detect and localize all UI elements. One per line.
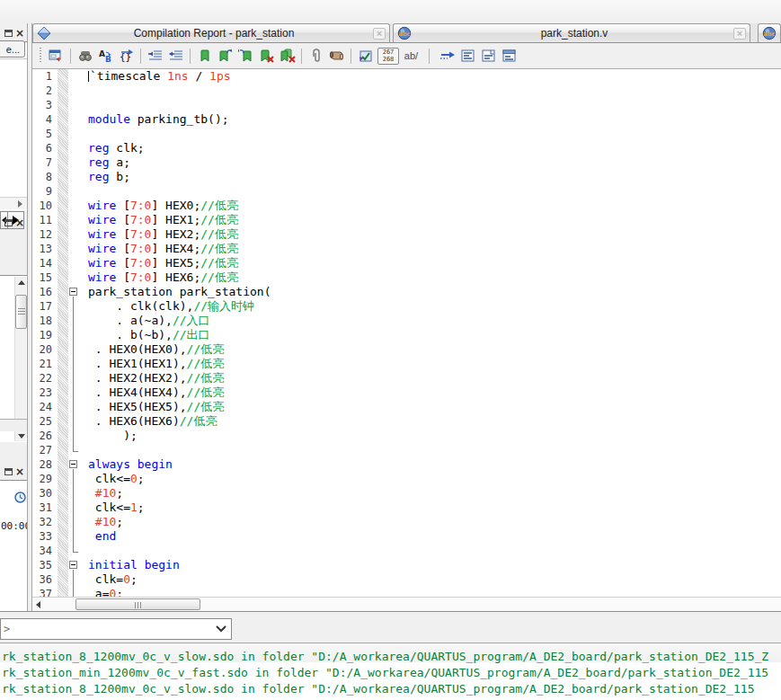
code-line: 6reg clk; <box>32 141 781 155</box>
macro-button[interactable] <box>326 46 347 66</box>
code-editor[interactable]: 1`timescale 1ns / 1ps234module parking_t… <box>32 69 781 597</box>
float-icon[interactable] <box>4 219 13 226</box>
line-number: 6 <box>32 141 58 155</box>
gutter-margin <box>58 515 68 529</box>
bookmark-next-button[interactable] <box>215 46 235 66</box>
tab-compilation-report[interactable]: Compilation Report - park_station × <box>32 23 390 42</box>
bookmark-button[interactable] <box>194 46 215 66</box>
editor-toolbar: A B {} <box>32 43 781 69</box>
gutter-margin <box>58 342 68 357</box>
line-number: 15 <box>32 270 58 285</box>
find-button[interactable] <box>75 46 95 66</box>
scrollbar-thumb[interactable] <box>15 295 27 329</box>
tab-hidden[interactable]: abc <box>758 23 781 42</box>
message-line[interactable]: rk_station_8_1200mv_0c_v_slow.sdo in fol… <box>2 681 781 696</box>
code-text: . HEX6(HEX6)//低亮 <box>79 414 217 429</box>
replace-dialog-button[interactable] <box>46 46 67 66</box>
goto-button[interactable] <box>437 46 457 66</box>
code-line: 10wire [7:0] HEX0;//低亮 <box>32 199 781 213</box>
message-line[interactable]: rk_station_8_1200mv_0c_v_slow.sdo in fol… <box>2 649 781 664</box>
scroll-down-icon[interactable] <box>15 430 27 441</box>
fold-margin <box>68 141 79 155</box>
fold-margin <box>68 414 79 429</box>
close-icon[interactable]: × <box>733 28 746 40</box>
line-number: 1 <box>32 69 58 84</box>
code-line: 17 . clk(clk),//输入时钟 <box>32 299 781 314</box>
scrollbar-thumb[interactable] <box>75 598 200 610</box>
code-text: wire [7:0] HEX6;//低亮 <box>79 270 238 285</box>
bookmark-prev-button[interactable] <box>235 46 256 66</box>
code-line: 30 #10; <box>32 486 781 501</box>
message-line[interactable]: rk_station_min_1200mv_0c_v_fast.sdo in f… <box>2 665 781 680</box>
fold-collapse-icon[interactable] <box>68 285 79 299</box>
doc-outline-1-button[interactable] <box>457 46 478 66</box>
close-icon[interactable]: × <box>15 467 24 476</box>
code-line: 13wire [7:0] HEX4;//低亮 <box>32 242 781 256</box>
editor-hscrollbar[interactable] <box>32 597 781 611</box>
gutter-margin <box>58 69 68 84</box>
code-line: 21 . HEX1(HEX1),//低亮 <box>32 357 781 371</box>
panel-b-vscrollbar[interactable] <box>14 277 26 441</box>
panel-b-button[interactable]: e... <box>0 40 25 58</box>
clock-icon <box>14 492 26 503</box>
unindent-button[interactable] <box>165 46 186 66</box>
fold-collapse-icon[interactable] <box>68 457 79 472</box>
fold-margin <box>68 357 79 371</box>
close-icon[interactable]: × <box>373 28 386 40</box>
fold-margin <box>68 472 79 486</box>
syntax-check-button[interactable] <box>355 46 376 66</box>
doc-outline-icon-1 <box>460 49 475 63</box>
line-number: 26 <box>32 429 58 443</box>
line-number: 33 <box>32 529 58 544</box>
fold-collapse-icon[interactable] <box>68 558 79 572</box>
find-replace-button[interactable]: A B <box>95 46 116 66</box>
float-icon[interactable] <box>4 468 13 475</box>
gutter-margin <box>58 501 68 515</box>
bookmark-clear-icon <box>259 49 274 63</box>
gutter-margin <box>58 256 68 270</box>
line-number: 32 <box>32 515 58 529</box>
text-file-icon: abc <box>397 26 412 40</box>
gutter-margin <box>58 328 68 342</box>
fold-margin <box>68 515 79 529</box>
svg-text:abc: abc <box>763 31 775 38</box>
code-text <box>79 98 88 112</box>
doc-outline-2-button[interactable] <box>478 46 499 66</box>
tab-title: Compilation Report - park_station <box>55 27 373 40</box>
toolbar-grip[interactable] <box>39 48 43 64</box>
code-line: 7reg a; <box>32 155 781 170</box>
panel-b-body <box>0 275 27 442</box>
scroll-left-icon[interactable] <box>33 598 43 611</box>
attach-button[interactable] <box>306 46 326 66</box>
panel-a-header-rule <box>0 58 27 59</box>
fold-margin <box>68 486 79 501</box>
close-icon[interactable]: × <box>15 218 24 227</box>
code-text: `timescale 1ns / 1ps <box>79 69 231 84</box>
close-icon[interactable]: × <box>15 29 24 38</box>
doc-outline-3-button[interactable] <box>499 46 519 66</box>
code-text: clk<=0; <box>79 472 145 486</box>
tab-park-station-v[interactable]: abc park_station.v × <box>393 23 750 42</box>
scroll-right-icon[interactable] <box>15 199 25 208</box>
bookmark-clear-button[interactable] <box>256 46 277 66</box>
chevron-down-icon[interactable] <box>211 625 231 633</box>
code-text: . HEX5(HEX5),//低亮 <box>79 400 224 414</box>
tab-title: park_station.v <box>415 27 733 40</box>
command-combobox[interactable]: > <box>0 618 232 640</box>
find-replace-icon: A B <box>98 49 113 63</box>
comment-button[interactable]: ab/ <box>401 46 422 66</box>
indent-icon <box>147 49 163 63</box>
bookmark-clear-all-button[interactable] <box>277 46 297 66</box>
line-count-bottom: 268 <box>383 56 395 63</box>
code-line: 23 . HEX4(HEX4),//低亮 <box>32 385 781 400</box>
code-text: reg clk; <box>79 141 145 155</box>
float-icon[interactable] <box>4 30 13 37</box>
indent-button[interactable] <box>145 46 165 66</box>
scroll-up-icon[interactable] <box>15 277 27 288</box>
panel-a-hscrollbar[interactable] <box>0 197 27 209</box>
match-brace-button[interactable]: {} <box>116 46 137 66</box>
svg-text:abc: abc <box>398 31 410 38</box>
code-text: clk=0; <box>79 572 138 587</box>
gutter-margin <box>58 98 68 112</box>
line-number: 21 <box>32 357 58 371</box>
